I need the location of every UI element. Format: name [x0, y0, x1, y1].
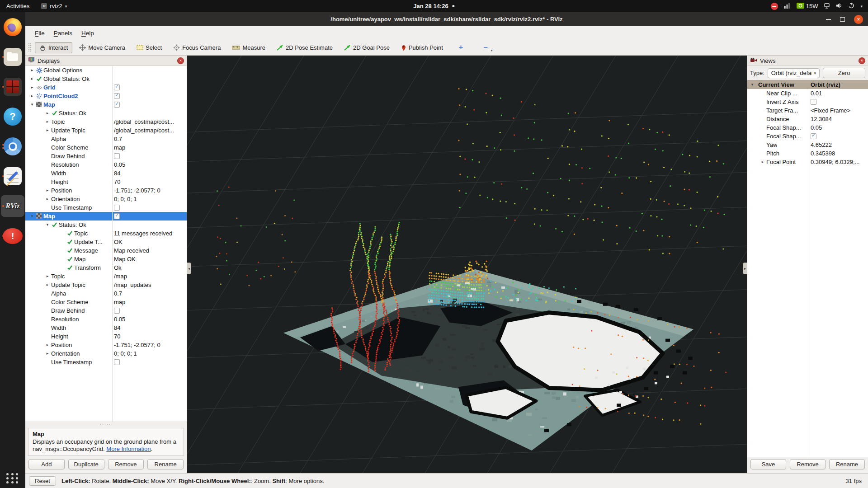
views-save-button[interactable]: Save [750, 459, 786, 469]
expander-icon[interactable]: ▸ [760, 158, 766, 166]
expander-icon[interactable]: ▾ [29, 100, 35, 109]
expander-icon[interactable]: ▸ [44, 272, 51, 281]
menu-file[interactable]: File [31, 28, 49, 38]
tree-row-position[interactable]: ▸Position-1.751; -2.0577; 0 [25, 186, 187, 195]
close-icon[interactable]: × [177, 57, 184, 64]
tree-row-update-topic[interactable]: ▸Update Topic/global_costmap/cost... [25, 126, 187, 135]
tree-row-invert-z-axis[interactable]: Invert Z Axis [747, 98, 868, 106]
property-value[interactable]: 0.7 [114, 289, 186, 298]
displays-add-button[interactable]: Add [28, 459, 65, 469]
tree-row-grid[interactable]: ▸Grid [25, 83, 187, 92]
property-value[interactable]: 84 [114, 324, 186, 332]
tree-row-pointcloud2[interactable]: ▸PointCloud2 [25, 92, 187, 100]
menu-panels[interactable]: Panels [50, 28, 76, 38]
reset-button[interactable]: Reset [29, 476, 56, 486]
property-value[interactable]: 0.30949; 6.0329;... [811, 158, 867, 166]
displays-panel-header[interactable]: Displays × [25, 56, 187, 66]
do-not-disturb-icon[interactable] [771, 3, 778, 10]
checkbox[interactable] [114, 153, 120, 159]
tree-row-topic[interactable]: ▸Topic/map [25, 272, 187, 281]
tree-row-alpha[interactable]: Alpha0.7 [25, 289, 187, 298]
tool-select[interactable]: Select [132, 42, 166, 53]
property-value[interactable]: <Fixed Frame> [811, 106, 867, 115]
titlebar[interactable]: /home/unitree/ayapov_ws/install/rslidar_… [25, 12, 868, 26]
checkbox[interactable] [811, 99, 816, 105]
property-value[interactable]: map [114, 143, 186, 152]
tree-row-alpha[interactable]: Alpha0.7 [25, 135, 187, 143]
tree-row-message[interactable]: MessageMap received [25, 246, 187, 255]
property-value[interactable]: -1.751; -2.0577; 0 [114, 341, 186, 349]
property-value[interactable] [114, 203, 186, 212]
tree-row-target-fra-[interactable]: Target Fra...<Fixed Frame> [747, 106, 868, 115]
property-value[interactable]: 11 messages received [114, 229, 186, 238]
chevron-down-icon[interactable]: ▾ [491, 48, 493, 52]
toolbar-grip[interactable] [28, 43, 31, 52]
chevron-down-icon[interactable]: ▾ [860, 4, 863, 9]
splitter-handle[interactable] [25, 422, 187, 426]
tool-minus[interactable]: −▾ [479, 43, 492, 52]
expander-icon[interactable]: ▾ [44, 221, 51, 229]
collapse-right-handle[interactable]: ▸ [743, 263, 747, 274]
tool-2d-pose-estimate[interactable]: 2D Pose Estimate [272, 42, 337, 53]
property-value[interactable]: 0.05 [114, 160, 186, 169]
property-value[interactable]: 84 [114, 169, 186, 178]
tree-row-update-topic[interactable]: ▸Update Topic/map_updates [25, 281, 187, 289]
property-value[interactable]: 0; 0; 0; 1 [114, 195, 186, 203]
tree-row-use-timestamp[interactable]: Use Timestamp [25, 358, 187, 366]
checkbox[interactable] [114, 308, 120, 314]
expander-icon[interactable]: ▸ [29, 92, 35, 100]
expander-icon[interactable]: ▸ [29, 83, 35, 92]
zero-button[interactable]: Zero [823, 68, 865, 78]
expander-icon[interactable]: ▸ [44, 186, 51, 195]
views-table-header[interactable]: ▾ Current View Orbit (rviz) [747, 80, 868, 89]
property-value[interactable]: 70 [114, 178, 186, 186]
property-value[interactable]: 12.3084 [811, 115, 867, 123]
tool-plus[interactable]: + [454, 43, 467, 52]
property-value[interactable]: 0; 0; 0; 1 [114, 349, 186, 358]
tree-row-map[interactable]: ▾Map [25, 212, 187, 221]
tree-row-map[interactable]: MapMap OK [25, 255, 187, 263]
property-value[interactable] [114, 306, 186, 315]
tree-row-draw-behind[interactable]: Draw Behind [25, 306, 187, 315]
tree-row-focal-shap-[interactable]: Focal Shap...0.05 [747, 123, 868, 132]
displays-duplicate-button[interactable]: Duplicate [68, 459, 104, 469]
more-information-link[interactable]: More Information [106, 446, 151, 452]
dock-item-firefox[interactable] [0, 18, 25, 37]
tree-row-update-t-[interactable]: Update T...OK [25, 238, 187, 246]
network-icon[interactable] [824, 3, 830, 10]
property-value[interactable]: Map received [114, 246, 186, 255]
tree-row-height[interactable]: Height70 [25, 332, 187, 341]
property-value[interactable]: 0.05 [811, 123, 867, 132]
property-value[interactable] [811, 132, 867, 141]
views-rename-button[interactable]: Rename [829, 459, 865, 469]
tree-row-yaw[interactable]: Yaw4.65222 [747, 141, 868, 149]
tool-interact[interactable]: Interact [35, 42, 72, 53]
tree-row-resolution[interactable]: Resolution0.05 [25, 315, 187, 324]
expander-icon[interactable]: ▸ [44, 341, 51, 349]
menu-help[interactable]: Help [77, 28, 98, 38]
tree-row-topic[interactable]: ▸Topic/global_costmap/cost... [25, 117, 187, 126]
dock-item-terminal[interactable] [0, 77, 25, 96]
views-panel-header[interactable]: Views × [747, 56, 868, 66]
property-value[interactable] [114, 109, 186, 117]
tree-row-topic[interactable]: Topic11 messages received [25, 229, 187, 238]
expander-icon[interactable]: ▸ [44, 281, 51, 289]
tree-row-orientation[interactable]: ▸Orientation0; 0; 0; 1 [25, 349, 187, 358]
tool-focus-camera[interactable]: Focus Camera [169, 42, 225, 53]
property-value[interactable]: /map [114, 272, 186, 281]
tree-row-color-scheme[interactable]: Color Schememap [25, 298, 187, 306]
property-value[interactable] [114, 83, 186, 92]
view-type-select[interactable]: Orbit (rviz_defau ▾ [768, 68, 820, 78]
tree-row-orientation[interactable]: ▸Orientation0; 0; 0; 1 [25, 195, 187, 203]
dock-item-help[interactable]: ? [0, 107, 25, 126]
tree-row-status-ok[interactable]: ▸Status: Ok [25, 109, 187, 117]
expander-icon[interactable]: ▸ [44, 126, 51, 135]
property-value[interactable]: /global_costmap/cost... [114, 117, 186, 126]
property-value[interactable]: Ok [114, 263, 186, 272]
gpu-power-indicator[interactable]: 15W [797, 3, 818, 10]
expander-icon[interactable]: ▸ [44, 195, 51, 203]
property-value[interactable] [114, 358, 186, 366]
property-value[interactable]: map [114, 298, 186, 306]
expander-icon[interactable]: ▸ [44, 349, 51, 358]
property-value[interactable]: 70 [114, 332, 186, 341]
